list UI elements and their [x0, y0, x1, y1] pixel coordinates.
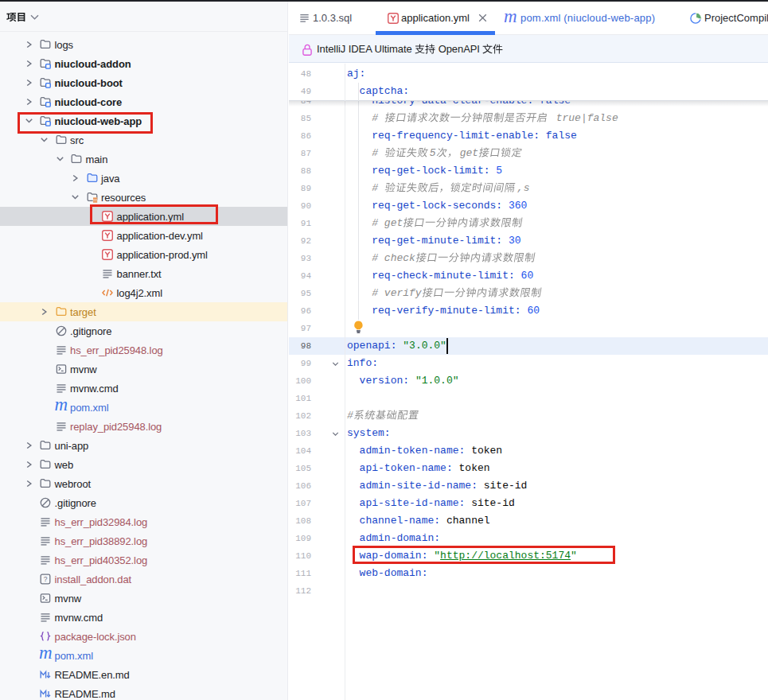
svg-text:?: ?: [44, 575, 48, 583]
